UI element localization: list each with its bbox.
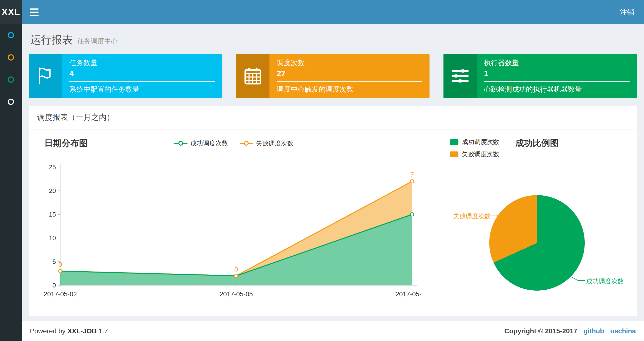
- swatch-icon: [450, 151, 458, 157]
- date-distribution-chart: 日期分布图 成功调度次数 失败调度次数 05101520252017-05-02…: [36, 136, 432, 307]
- panel-title: 调度报表（一月之内）: [29, 106, 637, 130]
- info-box-row: 任务数量 4 系统中配置的任务数量: [29, 54, 637, 98]
- brand-name: XXL-JOB: [68, 327, 97, 335]
- svg-text:7: 7: [410, 171, 414, 178]
- svg-text:20: 20: [49, 187, 56, 194]
- info-box-description: 系统中配置的任务数量: [70, 85, 215, 94]
- version: 1.7: [98, 327, 108, 335]
- top-navbar: XXL 注销: [0, 0, 644, 24]
- sidebar: [0, 24, 22, 341]
- footer: Powered by XXL-JOB 1.7 Copyright © 2015-…: [22, 321, 644, 341]
- legend-item-fail[interactable]: 失败调度次数: [450, 150, 500, 158]
- info-box-divider: [484, 81, 630, 82]
- main-content: 运行报表 任务调度中心 任务数量 4 系统中配置的任务数量: [22, 24, 644, 316]
- pie-connector-lines: [432, 167, 632, 307]
- pie-chart-title: 成功比例图: [515, 137, 559, 149]
- line-chart-title: 日期分布图: [44, 136, 88, 150]
- legend-item-success[interactable]: 成功调度次数: [174, 139, 228, 148]
- legend-label: 成功调度次数: [190, 139, 228, 148]
- sidebar-item-4[interactable]: [0, 91, 22, 113]
- sliders-icon: [444, 54, 477, 98]
- circle-icon: [8, 99, 14, 105]
- svg-text:2017-05-02: 2017-05-02: [44, 291, 77, 298]
- svg-text:10: 10: [49, 234, 56, 242]
- svg-text:0: 0: [58, 261, 62, 268]
- info-box-divider: [277, 81, 422, 82]
- info-box-title: 执行器数量: [484, 58, 630, 68]
- legend-item-fail[interactable]: 失败调度次数: [240, 139, 294, 148]
- line-marker-icon: [240, 143, 253, 144]
- line-marker-icon: [174, 143, 188, 144]
- info-box-title: 任务数量: [70, 58, 215, 68]
- info-box-executors: 执行器数量 1 心跳检测成功的执行器机器数量: [444, 54, 637, 98]
- legend-label: 失败调度次数: [256, 139, 294, 148]
- page-title: 运行报表: [30, 33, 73, 47]
- logout-link[interactable]: 注销: [610, 0, 644, 24]
- info-box-value: 1: [484, 69, 630, 78]
- hamburger-icon: [30, 9, 38, 10]
- pie-chart-legend: 成功调度次数 失败调度次数: [450, 138, 500, 158]
- circle-icon: [8, 54, 14, 61]
- pie-label-fail: 失败调度次数: [447, 212, 491, 220]
- oschina-link[interactable]: oschina: [610, 327, 636, 335]
- page-subtitle: 任务调度中心: [77, 37, 118, 45]
- swatch-icon: [450, 139, 458, 145]
- svg-text:5: 5: [52, 258, 56, 265]
- svg-text:0: 0: [234, 266, 238, 273]
- powered-by: Powered by XXL-JOB 1.7: [30, 327, 108, 335]
- flag-icon: [29, 54, 62, 98]
- info-box-title: 调度次数: [277, 58, 422, 68]
- circle-icon: [8, 32, 14, 38]
- info-box-value: 4: [70, 69, 215, 78]
- svg-text:2017-05-05: 2017-05-05: [220, 291, 253, 298]
- calendar-icon: [236, 54, 270, 98]
- info-box-divider: [70, 81, 215, 82]
- info-box-description: 心跳检测成功的执行器机器数量: [484, 85, 630, 94]
- sidebar-toggle-button[interactable]: [22, 0, 47, 24]
- svg-text:2017-05-08: 2017-05-08: [396, 291, 422, 298]
- report-panel: 调度报表（一月之内） 日期分布图 成功调度次数 失败调度次数: [29, 106, 637, 316]
- legend-item-success[interactable]: 成功调度次数: [450, 138, 500, 146]
- app-logo: XXL: [0, 0, 22, 24]
- github-link[interactable]: github: [584, 327, 604, 335]
- legend-label: 失败调度次数: [462, 150, 500, 158]
- sidebar-item-2[interactable]: [0, 46, 22, 69]
- info-box-jobs: 任务数量 4 系统中配置的任务数量: [29, 54, 222, 98]
- page-header: 运行报表 任务调度中心: [29, 30, 637, 54]
- svg-text:15: 15: [49, 211, 56, 218]
- sidebar-item-3[interactable]: [0, 69, 22, 91]
- line-chart-legend: 成功调度次数 失败调度次数: [174, 136, 294, 150]
- info-box-triggers: 调度次数 27 调度中心触发的调度次数: [236, 54, 430, 98]
- info-box-value: 27: [277, 69, 422, 78]
- line-chart-svg: 05101520252017-05-022017-05-052017-05-08…: [36, 150, 422, 304]
- svg-text:0: 0: [52, 282, 56, 289]
- svg-text:25: 25: [49, 164, 56, 171]
- success-ratio-chart: 成功调度次数 失败调度次数 成功比例图 失败调度: [432, 136, 630, 307]
- circle-icon: [8, 77, 14, 83]
- info-box-description: 调度中心触发的调度次数: [277, 85, 422, 94]
- sidebar-item-1[interactable]: [0, 24, 22, 46]
- copyright: Copyright © 2015-2017: [504, 327, 577, 335]
- legend-label: 成功调度次数: [462, 138, 500, 146]
- pie-label-success: 成功调度次数: [586, 277, 624, 285]
